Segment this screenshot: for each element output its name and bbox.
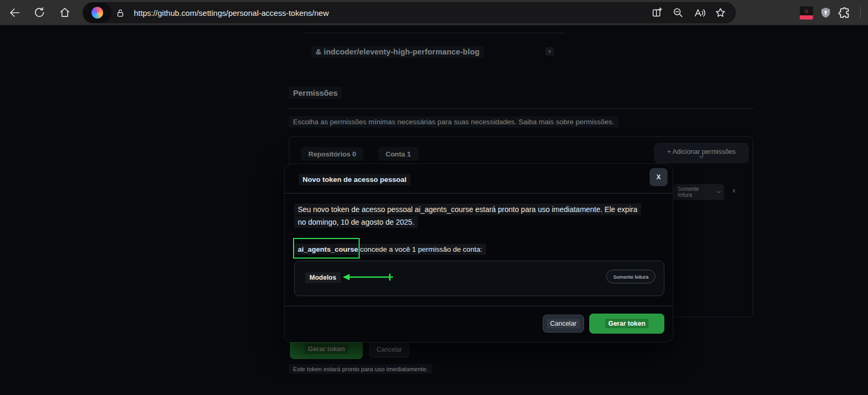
permission-row: Modelos Somente leitura <box>294 261 664 296</box>
permission-level-pill: Somente leitura <box>606 270 655 283</box>
screenshot-extension-icon[interactable]: ☼ <box>800 6 813 20</box>
reload-icon[interactable] <box>29 2 50 23</box>
home-icon[interactable] <box>54 2 75 23</box>
privacy-shield-icon[interactable] <box>819 6 832 19</box>
toolbar-divider <box>860 7 861 19</box>
modal-body-line2: no domingo, 10 de agosto de 2025. <box>294 216 418 228</box>
modal-cancel-button[interactable]: Cancelar <box>543 315 584 333</box>
lock-icon[interactable] <box>112 2 129 23</box>
modal-footer-divider <box>285 306 673 306</box>
permission-name: Modelos <box>305 272 341 283</box>
favorite-star-icon[interactable] <box>710 2 731 23</box>
modal-title: Novo token de acesso pessoal <box>299 174 410 185</box>
modal-generate-token-button[interactable]: Gerar token <box>589 314 664 334</box>
browser-toolbar: https://github.com/settings/personal-acc… <box>0 0 868 25</box>
address-bar[interactable]: https://github.com/settings/personal-acc… <box>83 3 735 23</box>
modal-header-divider <box>285 193 673 194</box>
split-screen-icon[interactable] <box>646 2 668 23</box>
permission-summary-text: |concede a você 1 permissão de conta: <box>358 245 482 253</box>
extensions-puzzle-icon[interactable] <box>838 6 852 20</box>
modal-close-button[interactable]: X <box>650 168 668 186</box>
copilot-icon[interactable] <box>83 3 112 23</box>
back-icon[interactable] <box>4 2 25 23</box>
new-token-modal: Novo token de acesso pessoal X Seu novo … <box>285 164 673 342</box>
zoom-out-icon[interactable] <box>668 2 689 23</box>
screen: https://github.com/settings/personal-acc… <box>0 0 868 395</box>
annotation-highlight-box <box>293 238 360 259</box>
read-aloud-icon[interactable] <box>689 2 710 23</box>
url-text[interactable]: https://github.com/settings/personal-acc… <box>134 8 329 17</box>
modal-body-line1: Seu novo token de acesso pessoal ai_agen… <box>294 204 641 215</box>
annotation-arrow-icon <box>341 272 397 282</box>
